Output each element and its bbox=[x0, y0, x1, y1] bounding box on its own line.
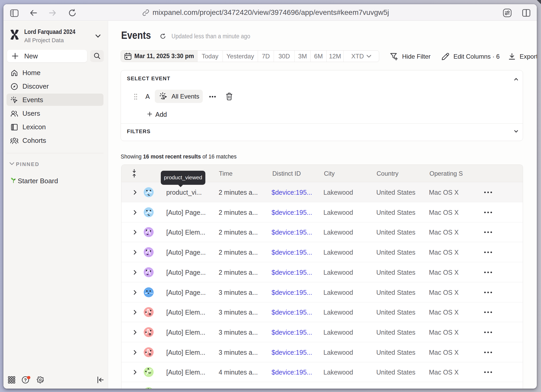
svg-text:?: ? bbox=[24, 378, 27, 383]
